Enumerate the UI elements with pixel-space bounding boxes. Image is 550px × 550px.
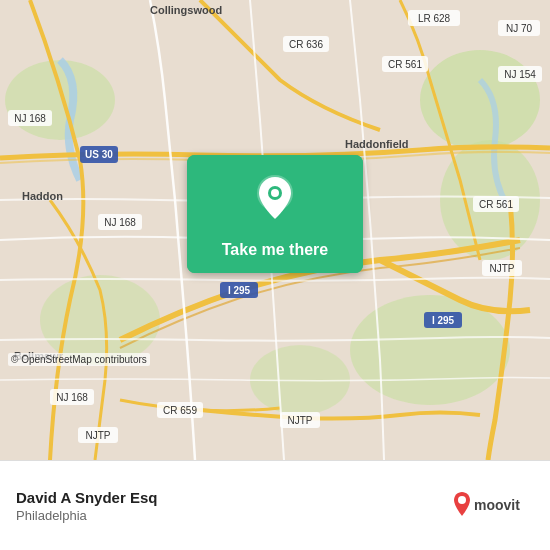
svg-text:LR 628: LR 628: [418, 13, 451, 24]
svg-text:NJTP: NJTP: [86, 430, 111, 441]
svg-text:CR 636: CR 636: [289, 39, 323, 50]
svg-text:NJ 154: NJ 154: [504, 69, 536, 80]
svg-text:I 295: I 295: [228, 285, 251, 296]
svg-point-1: [420, 50, 540, 150]
button-icon-area: [187, 155, 363, 235]
take-me-there-button[interactable]: Take me there: [187, 155, 363, 273]
svg-text:NJ 168: NJ 168: [104, 217, 136, 228]
svg-text:I 295: I 295: [432, 315, 455, 326]
svg-text:Haddonfield: Haddonfield: [345, 138, 409, 150]
svg-text:NJTP: NJTP: [288, 415, 313, 426]
svg-text:NJ 70: NJ 70: [506, 23, 533, 34]
moovit-logo: moovit: [454, 488, 534, 524]
svg-text:NJ 168: NJ 168: [14, 113, 46, 124]
svg-text:moovit: moovit: [474, 497, 520, 513]
copyright-text: © OpenStreetMap contributors: [8, 353, 150, 366]
svg-text:Collingswood: Collingswood: [150, 4, 222, 16]
place-info: David A Snyder Esq Philadelphia: [16, 489, 157, 523]
svg-text:NJ 168: NJ 168: [56, 392, 88, 403]
place-name: David A Snyder Esq: [16, 489, 157, 506]
svg-point-46: [458, 496, 466, 504]
button-label: Take me there: [222, 241, 328, 258]
svg-text:CR 659: CR 659: [163, 405, 197, 416]
moovit-logo-svg: moovit: [454, 488, 534, 524]
svg-text:Haddon: Haddon: [22, 190, 63, 202]
map-container: LR 628 NJ 70 NJ 168 CR 636 CR 561 NJ 154…: [0, 0, 550, 460]
svg-text:CR 561: CR 561: [479, 199, 513, 210]
svg-point-45: [271, 189, 279, 197]
button-label-area: Take me there: [187, 235, 363, 273]
place-location: Philadelphia: [16, 508, 157, 523]
svg-text:NJTP: NJTP: [490, 263, 515, 274]
svg-point-3: [5, 60, 115, 140]
info-bar: David A Snyder Esq Philadelphia moovit: [0, 460, 550, 550]
svg-text:US 30: US 30: [85, 149, 113, 160]
location-pin-icon: [253, 173, 297, 225]
svg-text:CR 561: CR 561: [388, 59, 422, 70]
